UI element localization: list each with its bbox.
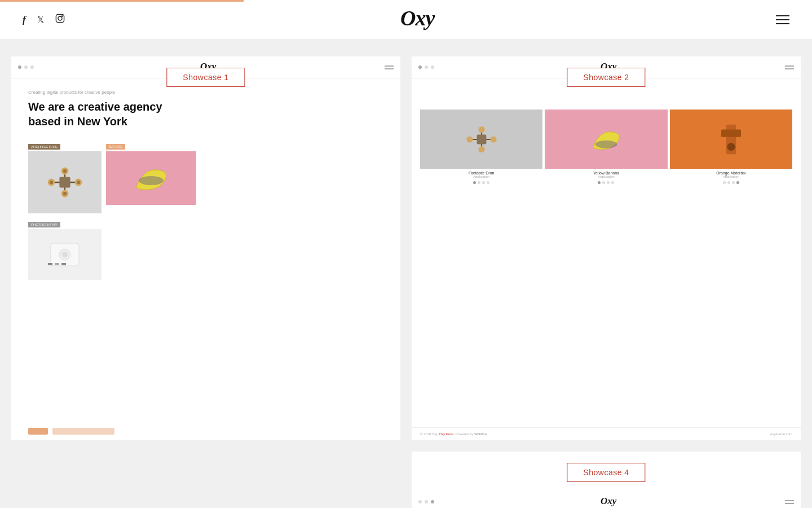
- s1-subtitle: Creating digital products for creative p…: [28, 90, 383, 95]
- s2-content: Fantastic Dron Application: [412, 101, 801, 195]
- svg-point-1: [58, 16, 62, 20]
- menu-line-2: [776, 19, 789, 20]
- browser-menu-2: [785, 65, 794, 69]
- s2-banana-cat: Application: [545, 175, 667, 178]
- s1-drone-label: ARCHITECTURE: [28, 144, 60, 150]
- svg-rect-22: [61, 263, 66, 265]
- s2-banana-img: [545, 110, 667, 169]
- s2-moto-cat: Application: [670, 175, 792, 178]
- dot-1: [18, 65, 21, 69]
- showcase-card-4: Showcase 4 Oxy: [412, 452, 801, 508]
- showcase-1-preview: Oxy Creating digital products for creati…: [11, 56, 400, 440]
- s2-footer-copy: © 2018 Oxy Oxy Kova. Powered by Webflow: [420, 432, 487, 436]
- page-content: Showcase 1 Oxy: [0, 0, 812, 508]
- svg-rect-21: [55, 263, 59, 265]
- svg-point-30: [478, 146, 484, 152]
- s2-banana-title: Yellow Banana: [545, 171, 667, 175]
- line-2: [385, 68, 394, 69]
- s1-second-row: PHOTOGRAPHY: [28, 218, 383, 280]
- hamburger-menu[interactable]: [776, 15, 789, 24]
- svg-point-15: [63, 192, 67, 195]
- showcase-card-3: [11, 452, 400, 508]
- s2-drone-img: [420, 110, 542, 169]
- s2-moto-dots: [670, 181, 792, 184]
- moto-svg: [716, 120, 747, 159]
- s4-menu-lines: [785, 500, 794, 504]
- svg-text:Oxy: Oxy: [601, 496, 617, 506]
- s4-dot-2: [425, 500, 428, 503]
- site-logo[interactable]: Oxy: [398, 2, 443, 37]
- s1-content: Creating digital products for creative p…: [11, 78, 400, 291]
- svg-rect-33: [721, 129, 741, 137]
- showcase-1-label[interactable]: Showcase 1: [166, 68, 245, 87]
- instagram-icon[interactable]: [55, 14, 65, 25]
- showcase-3-bg: [11, 452, 400, 508]
- twitter-icon[interactable]: 𝕏: [37, 15, 44, 25]
- s2-banana-dots: [545, 181, 667, 184]
- social-links[interactable]: f 𝕏: [23, 14, 65, 25]
- drone-svg-2: [462, 120, 501, 159]
- showcase-2-preview: Oxy: [412, 56, 801, 440]
- svg-text:Oxy: Oxy: [400, 6, 435, 30]
- s1-bar-large: [52, 428, 114, 435]
- speaker-svg: [42, 238, 87, 271]
- svg-point-19: [62, 252, 68, 257]
- s1-banana-container: NATURE: [106, 140, 196, 213]
- line-1: [385, 65, 394, 67]
- s2-orange-img: [670, 110, 792, 169]
- s1-bottom-bar: [11, 422, 400, 440]
- banana-svg-1: [129, 163, 174, 194]
- showcase-grid-top: Showcase 1 Oxy: [0, 45, 812, 452]
- showcase-2-label[interactable]: Showcase 2: [567, 68, 645, 87]
- browser-dots-2: [418, 65, 434, 69]
- svg-point-31: [595, 141, 617, 148]
- menu-line-1: [776, 15, 789, 16]
- s2-footer-url: oxytheme.com: [770, 432, 792, 436]
- svg-point-27: [466, 136, 473, 142]
- facebook-icon[interactable]: f: [23, 14, 26, 25]
- svg-rect-26: [476, 134, 486, 144]
- showcase-card-1: Showcase 1 Oxy: [11, 56, 400, 440]
- s2-item-3: Orange Motorbik Application: [670, 110, 792, 187]
- mini-browser-2: Oxy: [412, 56, 801, 440]
- top-nav: f 𝕏 Oxy: [0, 0, 812, 40]
- dot-3: [30, 65, 34, 69]
- dot-2-1: [418, 65, 422, 69]
- showcase-grid-bottom: Showcase 4 Oxy: [0, 452, 812, 508]
- menu-line-3: [776, 23, 789, 24]
- showcase-4-label[interactable]: Showcase 4: [567, 463, 645, 482]
- s4-mini-logo: Oxy: [600, 494, 620, 508]
- s2-drone-cat: Application: [420, 175, 542, 178]
- browser-menu-lines: [385, 65, 394, 69]
- s2-drone-dots: [420, 181, 542, 184]
- logo-svg: Oxy: [398, 2, 443, 33]
- progress-bar: [0, 0, 244, 2]
- s2-moto-title: Orange Motorbik: [670, 171, 792, 175]
- s1-speaker-img: [28, 229, 102, 280]
- s2-footer: © 2018 Oxy Oxy Kova. Powered by Webflow …: [412, 427, 801, 440]
- s1-drone-container: ARCHITECTURE: [28, 140, 102, 213]
- s2-image-grid: Fantastic Dron Application: [420, 110, 792, 187]
- s4-browser-bar: Oxy: [412, 491, 801, 508]
- s4-dot-1: [418, 500, 422, 503]
- svg-point-16: [139, 176, 164, 185]
- svg-rect-20: [48, 263, 52, 265]
- svg-point-13: [77, 181, 80, 184]
- svg-point-2: [61, 16, 62, 16]
- drone-svg-1: [42, 163, 87, 202]
- s1-image-grid: ARCHITECTURE: [28, 140, 383, 213]
- s1-headline: We are a creative agencybased in New Yor…: [28, 99, 383, 129]
- s2-drone-title: Fantastic Dron: [420, 171, 542, 175]
- svg-point-28: [490, 136, 496, 142]
- line-2-2: [785, 68, 794, 69]
- s1-photo-label: PHOTOGRAPHY: [28, 222, 60, 227]
- s1-banana-label: NATURE: [106, 144, 125, 150]
- s4-dot-3: [431, 500, 434, 503]
- s1-banana-img: [106, 151, 196, 205]
- showcase-3-inner: [11, 452, 400, 508]
- svg-point-34: [727, 143, 735, 151]
- s1-speaker-container: PHOTOGRAPHY: [28, 218, 102, 280]
- svg-point-14: [63, 169, 67, 173]
- s1-bar-small: [28, 428, 48, 435]
- mini-browser-1: Oxy Creating digital products for creati…: [11, 56, 400, 440]
